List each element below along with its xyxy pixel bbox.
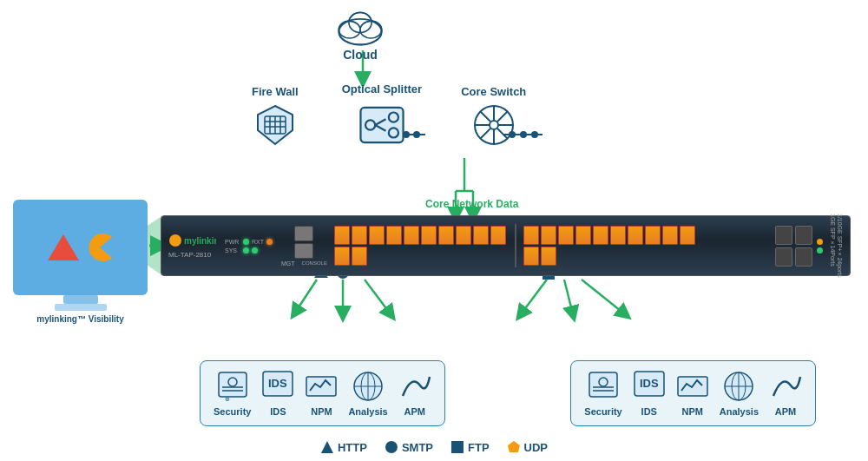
- ids-left-label: IDS: [270, 406, 286, 417]
- switch-icon: [471, 102, 516, 148]
- analysis-right-label: Analysis: [720, 406, 759, 417]
- svg-line-25: [521, 280, 547, 314]
- sfp-group-2: [523, 226, 697, 266]
- led-pwr: [243, 239, 249, 245]
- npm-right-icon: [676, 370, 709, 403]
- console-port: [294, 243, 313, 259]
- monitor-screen: [13, 200, 148, 295]
- sfp-port: [541, 247, 556, 266]
- tap-brand: mylinking: [168, 234, 216, 249]
- mgt-label: MGT: [281, 260, 295, 267]
- sfp-port: [334, 247, 350, 266]
- monitor-pacman-icon: [86, 234, 114, 261]
- sfp-port: [473, 226, 489, 245]
- sfp-port: [386, 226, 402, 245]
- sfp-port: [593, 226, 608, 245]
- analysis-left-label: Analysis: [348, 406, 387, 417]
- monitor-icons: [48, 234, 114, 261]
- splitter-component: Optical Splitter: [342, 82, 422, 150]
- tools-right-panel: Security IDS IDS NPM Ana: [570, 360, 816, 426]
- ids-right-label: IDS: [641, 406, 657, 417]
- sfp-port: [438, 226, 454, 245]
- tools-left-panel: ⊕ Security IDS IDS NPM: [200, 360, 445, 426]
- legend-ftp-label: FTP: [468, 441, 490, 454]
- switch-label: Core Switch: [461, 85, 526, 98]
- monitor-stand: [63, 295, 98, 304]
- triangle-icon: [320, 440, 334, 454]
- sfp-group-1: [334, 226, 508, 266]
- monitor-triangle-icon: [48, 234, 79, 260]
- console-label: CONSOLE: [302, 260, 327, 267]
- firewall-component: Fire Wall: [252, 85, 299, 148]
- tool-security-left: ⊕ Security: [214, 370, 251, 417]
- tap-logo-section: mylinking ML-TAP-2810: [168, 234, 225, 259]
- tap-device: mylinking ML-TAP-2810 PWR RXT SYS: [161, 215, 851, 276]
- legend-ftp: FTP: [450, 440, 490, 454]
- sfp-port: [541, 226, 556, 245]
- legend: HTTP SMTP FTP UDP: [320, 440, 548, 454]
- sfp-port: [523, 247, 539, 266]
- sfp-port: [352, 247, 367, 266]
- npm-left-icon: [305, 370, 338, 403]
- sfp-port: [404, 226, 419, 245]
- analysis-left-icon: [352, 370, 385, 403]
- sfp-port: [369, 226, 385, 245]
- firewall-icon: [253, 102, 298, 148]
- svg-point-63: [169, 234, 181, 247]
- legend-udp: UDP: [507, 440, 548, 454]
- xge-port-1: [775, 226, 792, 245]
- legend-smtp-label: SMTP: [402, 441, 433, 454]
- apm-right-icon: [769, 370, 802, 403]
- apm-right-label: APM: [775, 406, 796, 417]
- svg-line-27: [582, 280, 625, 314]
- tool-analysis-right: Analysis: [720, 370, 759, 417]
- svg-marker-88: [321, 441, 333, 453]
- svg-line-22: [365, 280, 391, 314]
- svg-line-62: [480, 128, 490, 139]
- sfp-port: [610, 226, 626, 245]
- led-group: PWR RXT SYS: [225, 239, 273, 254]
- xge-port-2: [775, 247, 792, 267]
- svg-point-89: [385, 441, 398, 453]
- monitor-base: [55, 304, 107, 311]
- xge-port-4: [795, 247, 812, 267]
- legend-http-label: HTTP: [338, 441, 367, 454]
- security-left-icon: ⊕: [216, 370, 249, 403]
- splitter-icon: [357, 100, 407, 150]
- sfp-port: [680, 226, 695, 245]
- core-network-label: Core Network Data: [425, 198, 518, 210]
- led-rxt: [266, 239, 273, 245]
- mgt-console-section: MGT CONSOLE: [281, 226, 327, 267]
- tool-npm-right: NPM: [676, 370, 709, 417]
- sfp-port: [334, 226, 350, 245]
- svg-line-60: [497, 128, 508, 139]
- npm-right-label: NPM: [682, 406, 703, 417]
- sfp-port: [558, 226, 574, 245]
- legend-smtp: SMTP: [385, 440, 433, 454]
- sfp-port: [490, 226, 506, 245]
- svg-line-26: [564, 280, 573, 314]
- xge-port-pair: [775, 226, 792, 267]
- tool-npm-left: NPM: [305, 370, 338, 417]
- firewall-label: Fire Wall: [252, 85, 299, 98]
- tap-model-label: ML-TAP-2810: [168, 251, 211, 259]
- svg-line-20: [295, 280, 317, 313]
- apm-left-label: APM: [404, 406, 424, 417]
- sfp-port: [421, 226, 437, 245]
- port-count-label: 1/10GE SFP+×24ports1GE SFP×14Ports: [828, 214, 843, 278]
- diagram-container: Cloud Fire Wall Optical Splitter: [0, 0, 868, 461]
- apm-left-icon: [398, 370, 431, 403]
- tool-security-right: Security: [584, 370, 621, 417]
- svg-line-61: [497, 111, 508, 122]
- port-status-leds: [817, 239, 823, 254]
- square-icon: [450, 440, 464, 454]
- status-led-2: [817, 247, 823, 254]
- svg-text:IDS: IDS: [268, 377, 287, 390]
- mgt-port: [294, 226, 313, 241]
- legend-udp-label: UDP: [524, 441, 548, 454]
- sfp-port: [523, 226, 539, 245]
- sfp-port: [662, 226, 678, 245]
- svg-text:mylinking: mylinking: [184, 236, 216, 246]
- svg-line-59: [480, 111, 490, 122]
- svg-point-54: [490, 121, 498, 129]
